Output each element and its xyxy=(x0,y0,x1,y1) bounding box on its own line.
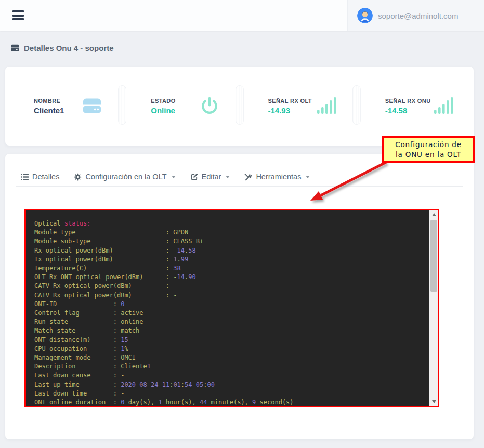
terminal-line: Module sub-type : CLASS B+ xyxy=(34,237,425,246)
terminal-line: Module type : GPON xyxy=(34,228,425,237)
top-navbar: soporte@adminolt.com xyxy=(0,0,484,31)
stat-label: ESTADO xyxy=(151,98,175,104)
annotation-line2: la ONU en la OLT xyxy=(396,150,461,159)
terminal-line: Control flag : active xyxy=(34,309,425,318)
stat-label: SEÑAL RX OLT xyxy=(268,98,312,104)
scroll-up-icon[interactable] xyxy=(429,210,438,219)
terminal-line: CPU occupation : 1% xyxy=(34,345,425,353)
avatar xyxy=(357,8,373,23)
hdd-icon xyxy=(82,97,102,115)
stat-value: Online xyxy=(151,106,175,115)
list-icon xyxy=(21,174,29,180)
stat-label: NOMBRE xyxy=(34,98,64,104)
menu-toggle-icon[interactable] xyxy=(12,10,24,21)
terminal-line: ONT distance(m) : 15 xyxy=(34,336,425,345)
stat-label: SEÑAL RX ONU xyxy=(385,98,431,104)
tab-editar[interactable]: Editar xyxy=(190,173,230,181)
olt-config-terminal: Optical status:Module type : GPONModule … xyxy=(24,209,439,407)
annotation-line1: Configuración de xyxy=(395,140,462,149)
terminal-line: ONT online duration : 0 day(s), 1 hour(s… xyxy=(34,398,425,406)
hdd-icon xyxy=(10,44,20,52)
gear-icon xyxy=(74,173,82,181)
terminal-line: Last down time : - xyxy=(34,389,425,398)
tab-label: Editar xyxy=(202,173,221,181)
stat-cell: ESTADO Online xyxy=(122,67,239,146)
page-title-row: Detalles Onu 4 - soporte xyxy=(10,44,114,52)
terminal-line: CATV Rx optical power(dBm) : - xyxy=(34,291,425,300)
terminal-line: CATV Rx optical power(dBm) : - xyxy=(34,282,425,291)
onu-status-card: NOMBRE Cliente1 ESTADO Online xyxy=(5,67,474,146)
details-card: Detalles xyxy=(5,154,474,439)
stat-cell: SEÑAL RX OLT -14.93 xyxy=(240,67,357,146)
terminal-line: Last down cause : - xyxy=(34,371,425,380)
terminal-line: OLT Rx ONT optical power(dBm) : -14.90 xyxy=(34,273,425,282)
scrollbar-thumb[interactable] xyxy=(430,220,437,292)
stat-value: Cliente1 xyxy=(34,106,64,115)
terminal-line: Tx optical power(dBm) : 1.99 xyxy=(34,255,425,264)
edit-icon xyxy=(190,173,198,181)
scroll-down-icon[interactable] xyxy=(429,398,438,406)
screen: soporte@adminolt.com Detalles Onu 4 - so… xyxy=(0,0,484,448)
terminal-scrollbar[interactable] xyxy=(429,210,438,406)
stat-cell: SEÑAL RX ONU -14.58 xyxy=(357,67,474,146)
terminal-line: Optical status: xyxy=(34,219,425,228)
terminal-line: Management mode : OMCI xyxy=(34,353,425,362)
terminal-line: Last up time : 2020-08-24 11:01:54-05:00 xyxy=(34,380,425,389)
power-icon xyxy=(199,96,220,116)
tab-label: Herramientas xyxy=(256,173,301,181)
stat-value: -14.93 xyxy=(268,106,312,115)
terminal-line: Match state : match xyxy=(34,326,425,335)
terminal-line: Rx optical power(dBm) : -14.58 xyxy=(34,246,425,255)
signal-bars-icon xyxy=(317,97,337,115)
terminal-output: Optical status:Module type : GPONModule … xyxy=(26,210,438,406)
user-menu[interactable]: soporte@adminolt.com xyxy=(347,0,484,31)
chevron-down-icon xyxy=(226,176,230,178)
terminal-line: Temperature(C) : 38 xyxy=(34,264,425,273)
user-email: soporte@adminolt.com xyxy=(378,11,458,20)
terminal-line: Run state : online xyxy=(34,318,425,326)
terminal-line: Description : Cliente1 xyxy=(34,362,425,371)
page-title: Detalles Onu 4 - soporte xyxy=(24,44,114,52)
tools-icon xyxy=(244,173,252,181)
stat-cell: NOMBRE Cliente1 xyxy=(5,67,122,146)
signal-bars-icon xyxy=(434,97,454,115)
tab-detalles[interactable]: Detalles xyxy=(21,173,59,181)
tab-configuraci-n-en-la-olt[interactable]: Configuración en la OLT xyxy=(74,173,175,181)
stat-value: -14.58 xyxy=(385,106,431,115)
tab-label: Detalles xyxy=(32,173,59,181)
tab-label: Configuración en la OLT xyxy=(85,173,166,181)
terminal-line: ONT-ID : 0 xyxy=(34,300,425,309)
annotation-callout: Configuración de la ONU en la OLT xyxy=(382,136,475,163)
chevron-down-icon xyxy=(172,176,176,178)
